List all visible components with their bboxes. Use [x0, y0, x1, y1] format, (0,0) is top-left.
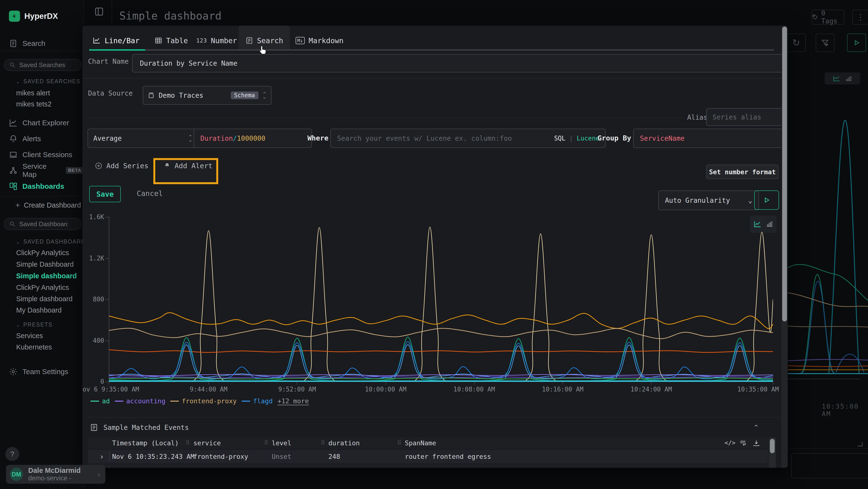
tab-number[interactable]: 123 Number [196, 29, 237, 52]
user-card[interactable]: DM Dale McDiarmid demo-service - › [6, 465, 105, 484]
add-alert-button[interactable]: Add Alert [163, 162, 212, 170]
number-icon: 123 [196, 37, 207, 44]
dashboard-menu-button[interactable]: ⋮ [852, 10, 868, 25]
x-tick-label: 10:08:00 AM [454, 386, 495, 393]
chevron-down-icon: ⌄ [16, 322, 21, 328]
sidebar-item-chart-explorer[interactable]: Chart Explorer [0, 116, 84, 130]
chevron-down-icon: ⌄ [748, 197, 752, 204]
legend-dash [170, 401, 179, 402]
help-button[interactable]: ? [5, 447, 19, 461]
set-number-format-button[interactable]: Set number format [706, 165, 779, 179]
x-tick-mark [208, 381, 209, 385]
col-level[interactable]: level [272, 439, 291, 447]
legend-item[interactable]: ad [90, 397, 110, 405]
chevron-down-icon: ⌄ [16, 239, 21, 245]
play-icon [853, 39, 860, 46]
refresh-button[interactable]: ↻ [786, 33, 806, 52]
tab-table[interactable]: Table [155, 29, 188, 52]
col-timestamp[interactable]: Timestamp (Local) [112, 439, 179, 447]
aggregation-select[interactable]: Average ⌃⌃ [88, 128, 198, 148]
expression-input[interactable]: Duration/1000000 [194, 128, 312, 148]
where-input[interactable]: SQL | Lucene [330, 128, 606, 148]
saved-dashboards-input[interactable] [4, 218, 82, 230]
legend-dash [115, 401, 123, 402]
header-divider [112, 0, 112, 26]
background-dashboard-panel: 10:35:00 AM [788, 60, 868, 471]
granularity-select[interactable]: Auto Granularity ⌄ [658, 191, 759, 210]
sidebar-item-service-map[interactable]: Service Map BETA [0, 164, 84, 177]
alias-label: Alias [687, 113, 707, 121]
user-org: demo-service - [28, 474, 81, 482]
x-tick-mark [385, 381, 386, 385]
download-icon[interactable] [752, 439, 760, 447]
laptop-icon [9, 150, 18, 159]
bell-icon [163, 162, 171, 169]
tags-button[interactable]: 0 Tags [812, 10, 844, 25]
bg-resize-handle[interactable] [858, 442, 863, 447]
create-dashboard-button[interactable]: + Create Dashboard [16, 201, 81, 210]
col-service[interactable]: service [193, 439, 221, 447]
x-tick-label: 10:35:00 AM [737, 386, 779, 393]
legend-item[interactable]: accounting [115, 397, 166, 405]
sidebar-item-dashboards[interactable]: Dashboards [0, 179, 84, 193]
sidebar-collapse-button[interactable] [94, 6, 104, 17]
event-row[interactable]: › Nov 6 10:35:23.243 AM frontend-proxy U… [88, 464, 768, 468]
beta-badge: BETA [66, 167, 84, 174]
cell-level: Unset [272, 467, 291, 468]
service-map-icon [9, 166, 18, 175]
row-expander-icon[interactable]: › [100, 452, 103, 461]
tab-line-bar[interactable]: Line/Bar [93, 29, 140, 52]
drag-handle-icon[interactable]: ⠿ [321, 439, 325, 446]
drag-handle-icon[interactable]: ⠿ [397, 439, 401, 446]
tab-markdown[interactable]: M↓ Markdown [296, 29, 344, 52]
series-divider [88, 117, 685, 118]
bell-icon [9, 135, 18, 143]
run-query-button[interactable] [847, 33, 866, 52]
alias-input[interactable] [706, 108, 788, 126]
y-tick-label: 1.2K [83, 255, 104, 262]
app-screen: Simple dashboard 0 Tags ⋮ ↻ [0, 0, 868, 489]
x-tick-label: 10:00:00 AM [365, 386, 406, 393]
series-light-blue [109, 345, 773, 378]
wrap-lines-icon[interactable] [739, 439, 747, 447]
drag-handle-icon[interactable]: ⠿ [264, 439, 268, 446]
where-label: Where [307, 134, 329, 142]
cell-service: frontend-proxy [193, 453, 248, 460]
sidebar-divider-1 [0, 51, 84, 51]
legend-item[interactable]: flagd [242, 397, 273, 405]
table-scrollbar-thumb[interactable] [770, 439, 775, 453]
group-by-input[interactable]: ServiceName [633, 128, 788, 148]
modal-scrollbar-thumb[interactable] [782, 27, 787, 321]
x-tick-mark [474, 381, 474, 385]
chart-name-input[interactable] [132, 54, 787, 73]
col-duration[interactable]: duration [329, 439, 360, 447]
event-row[interactable]: › Nov 6 10:35:23.243 AM frontend-proxy U… [88, 450, 768, 463]
sidebar-item-team-settings[interactable]: Team Settings [0, 365, 84, 378]
cell-span: router frontend egress [405, 467, 491, 468]
sidebar-item-search[interactable]: Search [0, 37, 84, 50]
add-series-button[interactable]: Add Series [95, 162, 149, 170]
saved-searches-input[interactable] [4, 59, 82, 71]
sidebar-item-client-sessions[interactable]: Client Sessions [0, 148, 84, 162]
code-icon[interactable]: </> [724, 439, 735, 446]
filter-button[interactable] [816, 33, 835, 52]
top-header: Simple dashboard 0 Tags ⋮ [84, 0, 868, 26]
cancel-button[interactable]: Cancel [137, 189, 163, 198]
sidebar-item-alerts[interactable]: Alerts [0, 132, 84, 146]
bg-next-panel [791, 453, 868, 479]
save-button[interactable]: Save [89, 186, 121, 202]
data-source-select[interactable]: Demo Traces Schema ⌃⌃ [143, 86, 272, 105]
series-spike-tall [109, 227, 773, 382]
legend-more-link[interactable]: +12 more [278, 397, 309, 405]
legend-item[interactable]: frontend-proxy [170, 397, 237, 405]
col-spanname[interactable]: SpanName [405, 439, 436, 447]
kebab-icon: ⋮ [857, 12, 865, 22]
chart-run-button[interactable] [754, 191, 779, 210]
language-toggle[interactable]: SQL | Lucene [554, 135, 599, 142]
brand[interactable]: HyperDX [9, 10, 58, 22]
sample-events-header[interactable]: Sample Matched Events ⌃ [90, 422, 779, 433]
collapse-chevron-icon[interactable]: ⌃ [753, 423, 759, 432]
search-icon [9, 62, 16, 68]
drag-handle-icon[interactable]: ⠿ [186, 439, 190, 446]
plus-icon: + [16, 201, 20, 210]
